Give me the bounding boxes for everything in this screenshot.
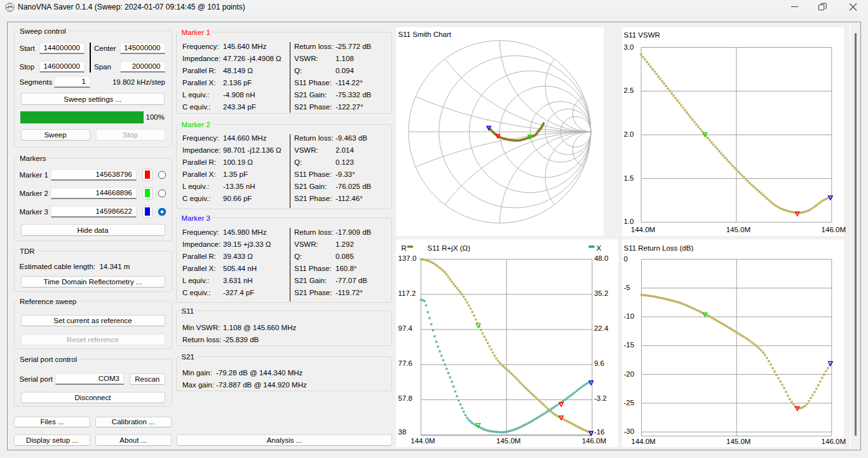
svg-text:S11 Smith Chart: S11 Smith Chart (398, 31, 452, 38)
svg-text:-5: -5 (624, 284, 630, 291)
svg-text:145.0M: 145.0M (726, 226, 750, 233)
svg-text:-16: -16 (594, 428, 605, 436)
svg-text:X: X (597, 244, 602, 252)
svg-text:-25: -25 (624, 399, 635, 406)
svg-text:146.0M: 146.0M (582, 437, 606, 445)
svg-text:117.2: 117.2 (398, 289, 416, 297)
svg-text:S11 VSWR: S11 VSWR (624, 31, 660, 39)
svg-text:22.4: 22.4 (594, 324, 609, 332)
svg-text:-20: -20 (624, 370, 635, 378)
svg-text:1.0: 1.0 (624, 218, 634, 225)
svg-text:57.8: 57.8 (398, 394, 412, 402)
svg-text:-3.2: -3.2 (594, 394, 607, 402)
svg-text:2.0: 2.0 (624, 130, 634, 138)
svg-text:9.6: 9.6 (594, 359, 604, 367)
svg-text:146.0M: 146.0M (822, 226, 846, 233)
svg-text:97.4: 97.4 (398, 324, 413, 332)
svg-text:1.5: 1.5 (624, 174, 634, 182)
svg-text:144.0M: 144.0M (631, 226, 655, 233)
svg-text:77.6: 77.6 (398, 359, 412, 367)
svg-text:R: R (402, 244, 407, 252)
svg-text:145.0M: 145.0M (726, 438, 750, 445)
svg-text:144.0M: 144.0M (631, 438, 655, 445)
svg-text:0: 0 (624, 255, 628, 263)
svg-text:38: 38 (398, 428, 407, 436)
svg-text:48.0: 48.0 (594, 254, 608, 262)
svg-text:145.0M: 145.0M (496, 437, 520, 445)
svg-text:146.0M: 146.0M (822, 438, 846, 445)
svg-text:S11 R+jX (Ω): S11 R+jX (Ω) (428, 244, 471, 252)
svg-text:2.5: 2.5 (624, 87, 634, 94)
svg-text:3.0: 3.0 (624, 43, 634, 51)
svg-text:S11 Return Loss (dB): S11 Return Loss (dB) (624, 244, 694, 252)
svg-text:-15: -15 (624, 341, 635, 349)
svg-text:-30: -30 (624, 427, 635, 435)
svg-text:35.2: 35.2 (594, 289, 608, 297)
svg-text:137.0: 137.0 (398, 254, 417, 262)
svg-text:-10: -10 (624, 312, 635, 320)
svg-text:144.0M: 144.0M (410, 437, 435, 445)
